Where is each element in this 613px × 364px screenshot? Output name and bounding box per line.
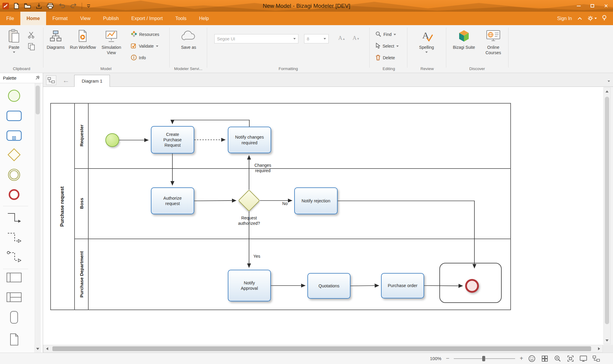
palette-scrollbar-track[interactable] — [35, 83, 41, 345]
menu-help[interactable]: Help — [193, 12, 215, 25]
tab-overflow-caret-icon — [608, 81, 610, 82]
palette-message-flow-connector[interactable] — [4, 250, 24, 263]
palette-data-object[interactable] — [4, 333, 24, 346]
scroll-down-button[interactable] — [604, 337, 610, 344]
menu-home[interactable]: Home — [20, 12, 46, 25]
run-workflow-button[interactable]: Run Workflow — [70, 28, 96, 50]
menu-tools[interactable]: Tools — [169, 12, 193, 25]
paste-button[interactable]: Paste — [1, 28, 27, 53]
resources-button[interactable]: Resources — [131, 30, 159, 39]
grow-font-button[interactable]: A▲ — [338, 35, 345, 41]
palette-task[interactable] — [4, 110, 24, 121]
print-icon[interactable] — [47, 3, 54, 9]
palette-scrollbar-thumb[interactable] — [36, 86, 40, 114]
new-model-icon[interactable] — [13, 3, 19, 9]
zoom-slider-thumb[interactable] — [482, 356, 485, 361]
zoom-magnifier-icon[interactable] — [553, 354, 562, 363]
end-event[interactable] — [465, 279, 479, 293]
restore-button[interactable] — [585, 0, 599, 12]
edge-quotations-to-purchase-order[interactable] — [350, 286, 379, 286]
menu-export-import[interactable]: Export / Import — [125, 12, 169, 25]
edge-authorize-to-gateway[interactable] — [194, 201, 236, 201]
font-name-combobox[interactable]: Segoe UI — [214, 34, 298, 43]
help-bulb-icon[interactable] — [602, 15, 606, 22]
back-button[interactable]: ← — [60, 75, 71, 85]
gateway-question-label[interactable]: Request authorized? — [227, 216, 271, 226]
start-event[interactable] — [105, 133, 119, 147]
task-purchase-order[interactable]: Purchase order — [381, 273, 424, 298]
diagrams-button[interactable]: Diagrams — [43, 28, 69, 50]
scroll-left-button[interactable] — [43, 345, 51, 352]
palette-end-event[interactable] — [4, 189, 24, 201]
scroll-right-button[interactable] — [595, 345, 603, 352]
copy-button[interactable] — [28, 43, 35, 51]
presentation-mode-icon[interactable] — [579, 354, 588, 363]
diagram-overview-icon[interactable] — [592, 354, 600, 363]
edge-label-yes[interactable]: Yes — [250, 254, 263, 259]
save-as-button[interactable]: Save as — [175, 28, 202, 50]
edge-notify-changes-to-create-loop[interactable] — [172, 120, 249, 127]
palette-intermediate-event[interactable] — [4, 168, 24, 181]
minimize-button[interactable] — [572, 0, 585, 12]
font-size-combobox[interactable]: 8 — [304, 34, 329, 43]
task-authorize-request[interactable]: Authorize request — [151, 187, 194, 214]
palette-scroll-down-button[interactable] — [34, 345, 41, 353]
pin-icon[interactable] — [36, 75, 40, 81]
palette-association-connector[interactable] — [4, 231, 24, 244]
save-icon[interactable] — [36, 3, 42, 9]
validate-button[interactable]: Validate — [131, 42, 158, 51]
palette-subprocess[interactable] — [4, 130, 24, 141]
redo-icon[interactable] — [70, 3, 77, 9]
settings-gear-icon[interactable] — [588, 16, 597, 21]
bizagi-suite-button[interactable]: Bizagi Suite — [450, 28, 478, 50]
select-button[interactable]: Select — [375, 42, 399, 51]
undo-icon[interactable] — [58, 3, 66, 9]
edge-label-no[interactable]: No — [278, 201, 292, 207]
palette-milestone[interactable] — [4, 310, 24, 324]
edge-label-changes-required[interactable]: Changes required — [248, 163, 278, 173]
delete-button[interactable]: Delete — [375, 53, 395, 62]
cut-button[interactable] — [28, 31, 35, 40]
menu-file[interactable]: File — [0, 12, 20, 25]
zoom-in-plus-icon[interactable]: + — [520, 355, 523, 362]
palette-gateway[interactable] — [4, 148, 24, 162]
zoom-slider[interactable] — [454, 356, 515, 362]
task-create-purchase-request[interactable]: Create Purchase Request — [151, 126, 194, 154]
palette-sequence-flow-connector[interactable] — [4, 211, 24, 224]
tab-overflow-button[interactable] — [608, 78, 610, 83]
horizontal-scrollbar[interactable] — [43, 345, 603, 353]
diagram-canvas[interactable]: Purchase request Requester Boss Purchase… — [43, 87, 603, 345]
sign-in-link[interactable]: Sign In — [557, 16, 572, 21]
info-button[interactable]: Info — [131, 53, 146, 62]
spelling-button[interactable]: A Spelling — [413, 28, 440, 53]
horizontal-scrollbar-thumb[interactable] — [52, 346, 591, 351]
menu-view[interactable]: View — [74, 12, 97, 25]
online-courses-button[interactable]: Online Courses — [480, 28, 507, 55]
close-button[interactable]: × — [599, 0, 613, 12]
open-model-icon[interactable] — [24, 3, 31, 9]
task-not-rejection[interactable]: Notify rejection — [294, 187, 338, 214]
palette-pool[interactable] — [4, 272, 24, 283]
vertical-scrollbar-thumb[interactable] — [605, 97, 609, 324]
scroll-up-button[interactable] — [604, 88, 610, 95]
diagram-list-button[interactable] — [46, 75, 56, 85]
simulation-view-button[interactable]: Simulation View — [98, 28, 125, 55]
shrink-font-button[interactable]: A▼ — [353, 35, 360, 41]
pan-grid-icon[interactable] — [541, 354, 549, 363]
zoom-out-icon[interactable]: − — [446, 355, 450, 362]
delete-label: Delete — [383, 55, 395, 60]
tab-diagram-1[interactable]: Diagram 1 — [74, 75, 110, 87]
menu-publish[interactable]: Publish — [97, 12, 125, 25]
edge-rejection-to-end[interactable] — [338, 201, 474, 268]
find-button[interactable]: Find — [375, 30, 396, 39]
feedback-smiley-icon[interactable] — [528, 354, 536, 363]
palette-lane[interactable] — [4, 292, 24, 302]
vertical-scrollbar[interactable] — [603, 87, 611, 344]
task-quotations[interactable]: Quotations — [307, 273, 350, 299]
task-notify-approval[interactable]: Notify Approval — [228, 270, 271, 301]
menu-format[interactable]: Format — [46, 12, 74, 25]
task-notify-changes-required[interactable]: Notify changes required — [228, 127, 271, 153]
palette-start-event[interactable] — [4, 89, 24, 102]
collapse-ribbon-icon[interactable] — [577, 16, 582, 21]
fit-to-window-icon[interactable] — [566, 354, 575, 363]
